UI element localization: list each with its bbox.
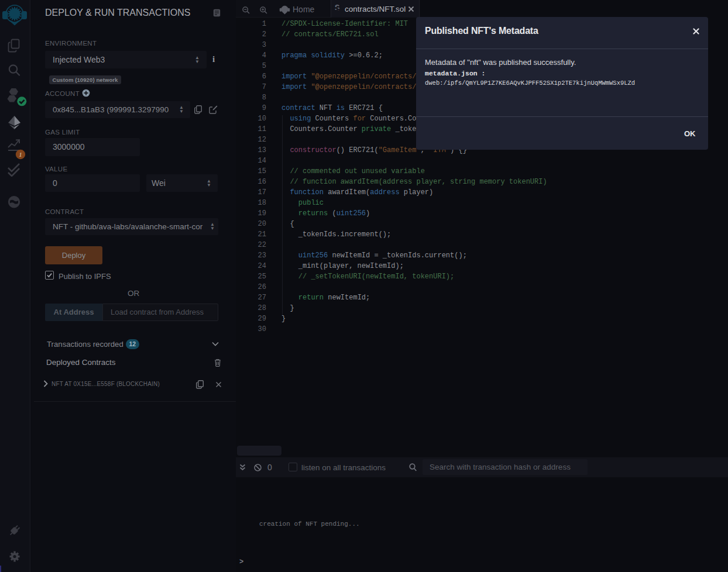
svg-text:1: 1 [19,151,22,158]
